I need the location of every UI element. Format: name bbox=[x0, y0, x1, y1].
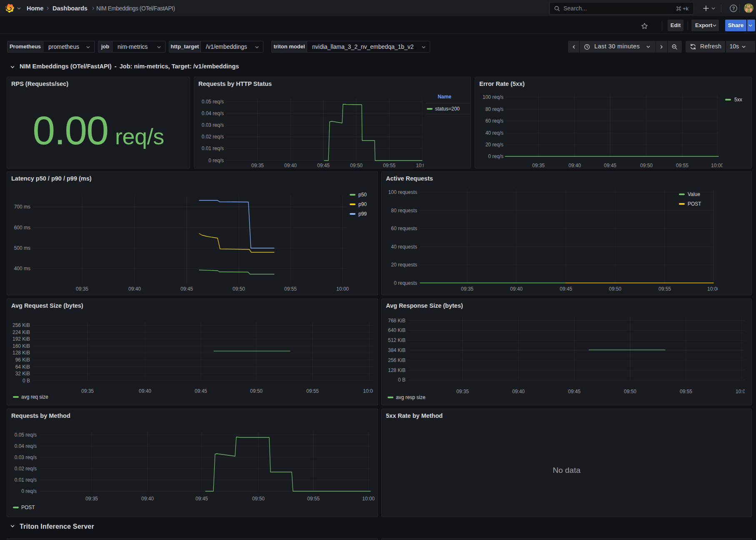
svg-text:160 KiB: 160 KiB bbox=[13, 343, 30, 349]
svg-text:09:55: 09:55 bbox=[307, 496, 320, 502]
svg-text:09:35: 09:35 bbox=[456, 389, 469, 394]
svg-text:0.04 req/s: 0.04 req/s bbox=[202, 111, 224, 116]
svg-text:09:35: 09:35 bbox=[532, 163, 545, 168]
svg-text:100 requests: 100 requests bbox=[388, 189, 417, 195]
svg-text:0.03 req/s: 0.03 req/s bbox=[202, 122, 224, 128]
svg-text:09:55: 09:55 bbox=[658, 286, 671, 292]
svg-text:09:45: 09:45 bbox=[195, 496, 208, 502]
svg-text:09:45: 09:45 bbox=[604, 163, 616, 168]
svg-text:09:50: 09:50 bbox=[250, 388, 263, 394]
svg-text:09:55: 09:55 bbox=[306, 388, 319, 394]
svg-text:09:50: 09:50 bbox=[640, 163, 653, 168]
svg-text:0 requests: 0 requests bbox=[394, 280, 417, 286]
svg-text:500 ms: 500 ms bbox=[14, 245, 30, 251]
svg-text:256 KiB: 256 KiB bbox=[388, 357, 406, 363]
svg-text:09:55: 09:55 bbox=[284, 286, 297, 292]
svg-text:96 KiB: 96 KiB bbox=[15, 357, 30, 363]
svg-text:0 B: 0 B bbox=[23, 378, 30, 384]
svg-text:09:55: 09:55 bbox=[383, 163, 396, 168]
svg-text:600 ms: 600 ms bbox=[14, 225, 30, 231]
svg-text:0.04 req/s: 0.04 req/s bbox=[15, 443, 37, 449]
svg-text:0.02 req/s: 0.02 req/s bbox=[202, 134, 224, 140]
svg-text:09:40: 09:40 bbox=[568, 163, 581, 168]
svg-text:09:40: 09:40 bbox=[284, 163, 297, 168]
svg-text:09:40: 09:40 bbox=[128, 286, 141, 292]
svg-text:0.01 req/s: 0.01 req/s bbox=[15, 477, 37, 483]
svg-text:192 KiB: 192 KiB bbox=[13, 336, 30, 342]
svg-text:40 requests: 40 requests bbox=[391, 244, 417, 250]
svg-text:10:00: 10:00 bbox=[707, 286, 718, 292]
svg-text:09:50: 09:50 bbox=[233, 286, 245, 292]
svg-text:40 req/s: 40 req/s bbox=[486, 130, 503, 136]
svg-text:0 req/s: 0 req/s bbox=[488, 153, 503, 159]
svg-text:0 B: 0 B bbox=[398, 377, 406, 383]
svg-text:09:45: 09:45 bbox=[180, 286, 193, 292]
svg-text:128 KiB: 128 KiB bbox=[388, 367, 406, 373]
svg-text:0.05 req/s: 0.05 req/s bbox=[202, 99, 224, 105]
svg-text:09:50: 09:50 bbox=[609, 286, 621, 292]
svg-text:20 req/s: 20 req/s bbox=[486, 142, 503, 148]
svg-text:09:50: 09:50 bbox=[624, 389, 636, 394]
svg-text:0.02 req/s: 0.02 req/s bbox=[15, 466, 37, 472]
svg-text:?: ? bbox=[732, 6, 735, 11]
svg-text:09:40: 09:40 bbox=[139, 388, 151, 394]
svg-text:09:45: 09:45 bbox=[317, 163, 330, 168]
svg-text:09:35: 09:35 bbox=[251, 163, 264, 168]
svg-text:0.05 req/s: 0.05 req/s bbox=[15, 432, 37, 438]
svg-text:10:00: 10:00 bbox=[711, 163, 723, 168]
svg-text:09:40: 09:40 bbox=[510, 286, 523, 292]
svg-text:400 ms: 400 ms bbox=[14, 266, 30, 271]
svg-text:80 requests: 80 requests bbox=[391, 208, 417, 213]
svg-text:09:40: 09:40 bbox=[141, 496, 154, 502]
svg-text:0 req/s: 0 req/s bbox=[208, 158, 224, 163]
svg-text:10:00: 10:00 bbox=[363, 388, 373, 394]
svg-text:0.01 req/s: 0.01 req/s bbox=[202, 146, 224, 151]
svg-text:0 req/s: 0 req/s bbox=[21, 488, 37, 494]
svg-text:09:35: 09:35 bbox=[85, 496, 98, 502]
svg-text:64 KiB: 64 KiB bbox=[15, 364, 30, 370]
svg-text:10:00: 10:00 bbox=[736, 389, 745, 394]
svg-text:09:45: 09:45 bbox=[568, 389, 581, 394]
svg-text:0.03 req/s: 0.03 req/s bbox=[15, 455, 37, 460]
svg-text:768 KiB: 768 KiB bbox=[388, 318, 406, 324]
svg-text:10:00: 10:00 bbox=[362, 496, 375, 502]
svg-text:10:00: 10:00 bbox=[416, 163, 424, 168]
svg-text:09:50: 09:50 bbox=[252, 496, 265, 502]
svg-text:60 requests: 60 requests bbox=[391, 226, 417, 231]
svg-text:09:45: 09:45 bbox=[195, 388, 207, 394]
svg-text:09:35: 09:35 bbox=[461, 286, 473, 292]
svg-text:224 KiB: 224 KiB bbox=[13, 329, 30, 335]
svg-text:09:45: 09:45 bbox=[560, 286, 572, 292]
svg-text:09:55: 09:55 bbox=[680, 389, 692, 394]
svg-text:09:35: 09:35 bbox=[76, 286, 88, 292]
svg-text:32 KiB: 32 KiB bbox=[15, 371, 30, 377]
svg-text:10:00: 10:00 bbox=[336, 286, 349, 292]
svg-text:09:35: 09:35 bbox=[81, 388, 94, 394]
svg-text:512 KiB: 512 KiB bbox=[388, 337, 406, 343]
svg-text:100 req/s: 100 req/s bbox=[483, 94, 503, 100]
svg-text:20 requests: 20 requests bbox=[391, 262, 417, 268]
svg-text:80 req/s: 80 req/s bbox=[486, 106, 503, 112]
svg-text:128 KiB: 128 KiB bbox=[13, 350, 30, 356]
svg-text:256 KiB: 256 KiB bbox=[13, 322, 30, 328]
svg-text:700 ms: 700 ms bbox=[14, 204, 30, 210]
svg-text:09:40: 09:40 bbox=[512, 389, 525, 394]
svg-text:384 KiB: 384 KiB bbox=[388, 347, 406, 353]
svg-text:60 req/s: 60 req/s bbox=[486, 118, 503, 124]
svg-text:09:50: 09:50 bbox=[350, 163, 363, 168]
svg-text:640 KiB: 640 KiB bbox=[388, 327, 406, 333]
svg-text:09:55: 09:55 bbox=[676, 163, 688, 168]
